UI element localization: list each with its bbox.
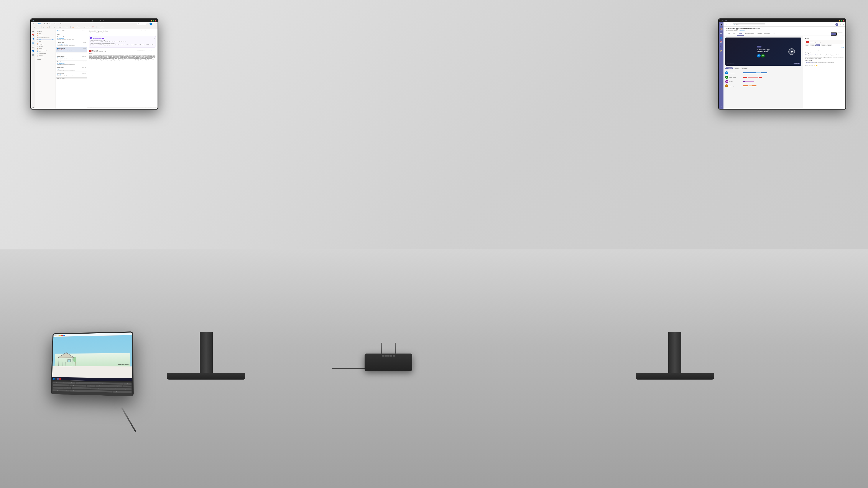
maximize-window-btn[interactable]: □ [155, 23, 155, 25]
folder-rss[interactable]: 📡 RSS Subscriptions [36, 53, 54, 54]
open-in-stream-link[interactable]: Open in Stream [740, 30, 745, 31]
key-ctrl[interactable]: ctrl [53, 389, 63, 391]
key-shift[interactable]: ⇧ [53, 387, 64, 389]
minimize-window-btn[interactable]: — [153, 23, 154, 25]
folder-junk[interactable]: ⚠ Junk Email [36, 45, 54, 47]
email-sort[interactable]: By Date ↓ [83, 31, 86, 31]
user-avatar[interactable]: C [150, 23, 152, 25]
sidebar-icon-calendar[interactable]: 📅 [32, 34, 34, 36]
teams-nav-chat[interactable]: 💬 [720, 32, 723, 35]
sidebar-icon-yammer[interactable]: 🔵 [32, 50, 34, 52]
key-t[interactable]: T [83, 382, 91, 384]
teams-close-window[interactable]: ✕ [843, 24, 844, 25]
key-alt[interactable]: alt [70, 390, 77, 392]
new-email-btn[interactable]: ✉ New Email [33, 26, 40, 28]
groups-header[interactable]: ▶ Groups [36, 59, 54, 61]
key-o[interactable]: O [115, 383, 123, 385]
tab-chapters[interactable]: ☰ Chapters [741, 67, 748, 69]
email-item-4[interactable]: Joseph Pathrose Wed 3:31 PM RE: Last yea… [56, 61, 87, 66]
key-i[interactable]: I [107, 383, 115, 385]
key-u[interactable]: U [99, 382, 107, 384]
key-v[interactable]: V [87, 388, 95, 390]
color-blue[interactable] [63, 335, 65, 336]
teams-search-box[interactable]: 🔍 Search [733, 24, 765, 25]
teams-nav-more[interactable]: ⋯ [720, 105, 723, 108]
teams-nav-calls[interactable]: 📞 [720, 45, 723, 48]
tab-recordings[interactable]: Recordings & Transcriptions [756, 32, 771, 36]
tab-send-receive[interactable]: Send / Receive [43, 23, 52, 25]
tab-topics[interactable]: # Topics [734, 67, 740, 69]
toolbar-redo[interactable]: ↪ [55, 335, 56, 336]
key-alt-right[interactable]: alt [113, 391, 120, 393]
teams-nav-calendar[interactable]: 📅 [720, 40, 723, 43]
teams-maximize-window[interactable]: □ [842, 24, 842, 25]
unread-read-btn-1[interactable]: 📖 Unread / Read [83, 26, 92, 28]
copy-all-btn[interactable]: Copy all [841, 47, 844, 48]
archive-btn[interactable]: 📁 [45, 27, 46, 28]
key-p[interactable]: P [123, 383, 131, 385]
folder-sent-fav[interactable]: 📤 Sent Items [36, 34, 54, 36]
unread-read-btn-2[interactable]: Unread / Read [98, 26, 105, 28]
thumbs-up-btn[interactable]: 👍 [814, 65, 815, 66]
taskbar-search[interactable] [55, 378, 57, 380]
key-c[interactable]: C [79, 387, 87, 389]
key-x[interactable]: X [71, 387, 79, 389]
key-l[interactable]: L [122, 385, 131, 387]
key-fn[interactable]: fn [63, 390, 70, 391]
teams-user-avatar[interactable]: C [835, 23, 838, 26]
tab-chat[interactable]: Chat [726, 32, 732, 36]
folder-deleted[interactable]: 🗑 Deleted Items [36, 44, 54, 45]
folder-inbox[interactable]: 📥 Inbox 3 [36, 39, 54, 40]
delete-btn[interactable]: 🗑 [43, 27, 44, 28]
favorites-header[interactable]: ▼ Favorites [36, 30, 54, 32]
email-item-1[interactable]: Christian Carter 10:41 AM RE: Incoming Q… [56, 41, 87, 47]
key-space[interactable] [77, 390, 113, 393]
tab-view[interactable]: View [53, 23, 57, 25]
folder-conv-history[interactable]: 💬 Conversation History [36, 49, 54, 51]
key-b[interactable]: B [95, 388, 103, 390]
tab-speakers[interactable]: 👤 Speakers [725, 67, 733, 69]
thread-reply-btn[interactable]: Reply [145, 50, 148, 52]
folder-inbox-fav[interactable]: 📥 Inbox [36, 32, 54, 34]
close-btn[interactable] [155, 20, 156, 22]
key-f[interactable]: F [78, 385, 86, 387]
thumbs-down-btn[interactable]: 👎 [816, 65, 817, 66]
reading-forward-btn[interactable]: → Forward [101, 32, 106, 34]
key-h[interactable]: H [95, 385, 104, 387]
taskbar-teams[interactable]: ⬟ [57, 378, 59, 380]
play-button[interactable] [788, 48, 795, 55]
key-y[interactable]: Y [91, 382, 99, 384]
key-a[interactable]: A [53, 384, 61, 386]
tab-other[interactable]: Other [62, 30, 65, 32]
key-s[interactable]: S [61, 384, 69, 386]
teams-nav-files[interactable]: 📁 [720, 49, 723, 52]
move-btn[interactable]: 📋 [47, 27, 48, 28]
sidebar-icon-mail[interactable]: ✉ [32, 30, 34, 33]
key-z[interactable]: Z [64, 387, 71, 389]
reading-close-btn[interactable]: ✕ [155, 30, 156, 32]
key-j[interactable]: J [104, 385, 113, 387]
sidebar-icon-tasks[interactable]: ☑ [32, 42, 34, 44]
folder-sent[interactable]: 📤 Sent Items [36, 42, 54, 44]
toolbar-pen[interactable]: ✏ [57, 335, 58, 336]
key-m[interactable]: M [111, 388, 119, 390]
thread-forward-btn[interactable]: Forward [153, 50, 156, 52]
folder-search[interactable]: 🔍 Search Folder [36, 56, 54, 58]
meeting-close-btn[interactable]: Close [838, 33, 843, 35]
key-w[interactable]: W [60, 382, 68, 384]
folder-outbox[interactable]: 📫 Outbox [36, 51, 54, 53]
close-window-btn[interactable]: ✕ [156, 23, 157, 25]
email-item-5[interactable]: Arthur Levesque Wed 3:01 PM Budget updat… [56, 66, 87, 72]
folder-scheduled[interactable]: ⏰ Scheduled [36, 54, 54, 56]
maximize-btn[interactable] [153, 20, 154, 22]
notes-tab-at-notes[interactable]: @ Notes [810, 44, 815, 46]
sidebar-icon-people[interactable]: 👤 [32, 38, 34, 40]
tab-files[interactable]: Files [732, 32, 737, 36]
key-g[interactable]: G [87, 385, 95, 387]
email-item-0[interactable]: Bernadette LeBlanc 11:05 AM RE: Original… [56, 36, 87, 41]
teams-minimize-window[interactable]: — [840, 24, 841, 25]
key-e[interactable]: E [68, 382, 75, 384]
reading-reply-all-btn[interactable]: ↩↩ Reply All [94, 32, 100, 34]
meeting-join-btn[interactable]: Join [831, 32, 837, 36]
toolbar-undo[interactable]: ↩ [54, 335, 55, 336]
